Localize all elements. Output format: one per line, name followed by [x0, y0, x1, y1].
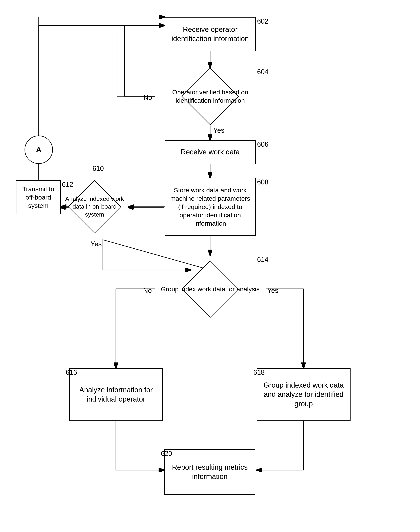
circle-a: A — [25, 136, 53, 164]
label-602: 602 — [257, 17, 269, 25]
label-608: 608 — [257, 178, 269, 186]
yes-label-614: Yes — [267, 287, 278, 294]
label-610: 610 — [92, 165, 104, 173]
node-618: Group indexed work data and analyze for … — [257, 368, 351, 421]
label-618: 618 — [253, 368, 265, 377]
label-614: 614 — [257, 256, 269, 264]
label-604: 604 — [257, 68, 269, 76]
flowchart-diagram: Receive operator identification informat… — [0, 0, 420, 532]
yes-label-604: Yes — [213, 126, 225, 135]
node-610-wrapper: Analyze indexed work data in on-board sy… — [60, 164, 129, 249]
node-604-text: Operator verified based on identificatio… — [155, 68, 266, 125]
label-612: 612 — [62, 181, 73, 189]
label-606: 606 — [257, 140, 269, 148]
yes-label-610: Yes — [90, 240, 102, 248]
node-610-text: Analyze indexed work data in on-board sy… — [60, 164, 129, 249]
node-614-wrapper: Group index work data for analysis — [155, 255, 266, 323]
node-608: Store work data and work machine related… — [165, 178, 256, 236]
node-620: Report resulting metrics information — [164, 449, 255, 495]
label-616: 616 — [66, 368, 77, 377]
node-606: Receive work data — [165, 140, 256, 164]
no-label-614: No — [143, 287, 152, 294]
no-label-604: No — [143, 94, 152, 102]
node-614-text: Group index work data for analysis — [155, 255, 266, 323]
label-620: 620 — [161, 450, 172, 458]
node-604-wrapper: Operator verified based on identificatio… — [155, 68, 266, 125]
node-612: Transmit to off-board system — [16, 180, 61, 214]
node-616: Analyze information for individual opera… — [69, 368, 163, 421]
node-602: Receive operator identification informat… — [165, 17, 256, 51]
